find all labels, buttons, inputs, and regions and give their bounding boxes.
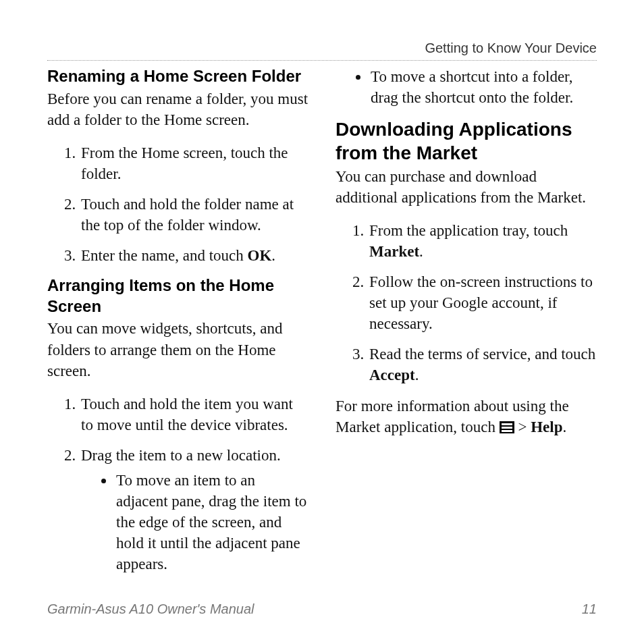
text: .: [271, 247, 275, 264]
list-item: From the Home screen, touch the folder.: [80, 142, 308, 184]
sub-bullets: To move an item to an adjacent pane, dra…: [81, 470, 308, 574]
paragraph-more-info: For more information about using the Mar…: [336, 396, 597, 437]
heading-downloading-apps: Downloading Applications from the Market: [336, 117, 597, 165]
list-item: Touch and hold the folder name at the to…: [80, 194, 308, 236]
list-item: Read the terms of service, and touch Acc…: [368, 344, 597, 385]
manual-title: Garmin-Asus A10 Owner's Manual: [47, 601, 254, 617]
list-item: Touch and hold the item you want to move…: [80, 394, 308, 435]
page-header-section: Getting to Know Your Device: [47, 41, 597, 61]
steps-renaming: From the Home screen, touch the folder. …: [47, 142, 308, 266]
left-column: Renaming a Home Screen Folder Before you…: [47, 66, 308, 584]
steps-arranging: Touch and hold the item you want to move…: [47, 394, 308, 574]
paragraph: Before you can rename a folder, you must…: [47, 88, 308, 130]
page-footer: Garmin-Asus A10 Owner's Manual 11: [47, 601, 597, 617]
text: Enter the name, and touch: [81, 247, 248, 264]
heading-arranging-items: Arranging Items on the Home Screen: [47, 275, 308, 317]
list-item: Drag the item to a new location. To move…: [80, 445, 308, 574]
steps-market: From the application tray, touch Market.…: [336, 220, 597, 385]
text: .: [419, 243, 423, 260]
text: .: [415, 367, 419, 383]
continuation-bullets: To move a shortcut into a folder, drag t…: [336, 66, 597, 108]
bold-ok: OK: [248, 247, 272, 264]
menu-icon: [500, 421, 514, 433]
bold-help: Help: [531, 419, 562, 435]
heading-renaming-folder: Renaming a Home Screen Folder: [47, 66, 308, 87]
text: >: [514, 419, 531, 435]
bold-accept: Accept: [369, 367, 415, 383]
content-columns: Renaming a Home Screen Folder Before you…: [47, 66, 597, 584]
text: .: [562, 419, 566, 435]
list-item: Enter the name, and touch OK.: [80, 245, 308, 266]
paragraph: You can move widgets, shortcuts, and fol…: [47, 318, 308, 381]
list-item: From the application tray, touch Market.: [368, 220, 597, 262]
bold-market: Market: [369, 243, 419, 260]
text: Drag the item to a new location.: [81, 447, 281, 464]
list-item: Follow the on-screen instructions to set…: [368, 271, 597, 334]
paragraph: You can purchase and download additional…: [336, 166, 597, 208]
list-item: To move an item to an adjacent pane, dra…: [115, 470, 308, 574]
text: From the application tray, touch: [369, 222, 568, 239]
list-item: To move a shortcut into a folder, drag t…: [369, 66, 597, 108]
right-column: To move a shortcut into a folder, drag t…: [336, 66, 597, 584]
text: Read the terms of service, and touch: [369, 346, 595, 363]
page-number: 11: [582, 601, 597, 617]
